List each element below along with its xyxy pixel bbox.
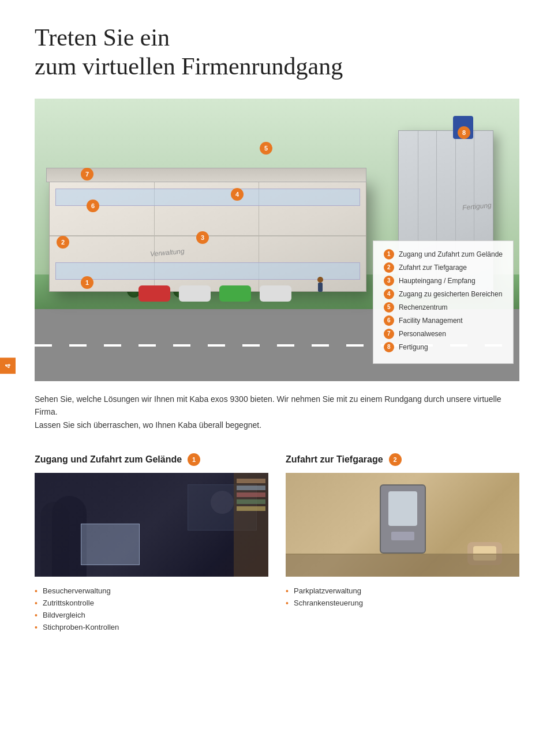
legend-item-6[interactable]: 6 Facility Management	[384, 315, 503, 326]
section-2: Zufahrt zur Tiefgarage 2 Parkplat	[286, 453, 519, 633]
legend-num-4: 4	[384, 289, 394, 299]
legend-num-1: 1	[384, 249, 394, 259]
section-1-heading: Zugang und Zufahrt zum Gelände 1	[35, 453, 268, 466]
car-white2	[260, 285, 291, 302]
bookcase	[234, 473, 268, 577]
marker-7[interactable]: 7	[81, 168, 93, 180]
legend-num-8: 8	[384, 342, 394, 352]
legend-label-1: Zugang und Zufahrt zum Gelände	[399, 250, 503, 258]
building-roof-main	[46, 168, 366, 182]
legend-item-2[interactable]: 2 Zufahrt zur Tiefgarage	[384, 262, 503, 273]
legend-label-3: Haupteingang / Empfang	[399, 277, 476, 285]
legend-label-5: Rechenzentrum	[399, 303, 448, 311]
section-2-heading: Zufahrt zur Tiefgarage 2	[286, 453, 519, 466]
section-1-number: 1	[188, 453, 200, 466]
reader-slot	[391, 532, 414, 540]
bullet-1-4: Stichproben-Kontrollen	[35, 621, 268, 633]
legend-item-8[interactable]: 8 Fertigung	[384, 342, 503, 352]
book-4	[237, 499, 265, 504]
legend-label-7: Personalwesen	[399, 330, 446, 338]
bottom-section: Zugang und Zufahrt zum Gelände 1	[35, 453, 519, 633]
marker-3[interactable]: 3	[196, 231, 209, 244]
legend-item-1[interactable]: 1 Zugang und Zufahrt zum Gelände	[384, 249, 503, 259]
legend-item-3[interactable]: 3 Haupteingang / Empfang	[384, 276, 503, 286]
bullet-2-2: Schrankensteuerung	[286, 597, 519, 609]
person	[317, 277, 323, 292]
reader-screen	[388, 491, 417, 526]
legend-num-3: 3	[384, 276, 394, 286]
description-section: Sehen Sie, welche Lösungen wir Ihnen mit…	[35, 381, 519, 442]
legend-num-7: 7	[384, 329, 394, 339]
bullet-1-2: Zutrittskontrolle	[35, 597, 268, 609]
section-1-bullets: Besucherverwaltung Zutrittskontrolle Bil…	[35, 585, 268, 633]
card-reader	[380, 484, 426, 554]
legend-label-2: Zufahrt zur Tiefgarage	[399, 264, 467, 272]
section-2-title: Zufahrt zur Tiefgarage	[286, 454, 383, 465]
legend-item-7[interactable]: 7 Personalwesen	[384, 329, 503, 339]
book-1	[237, 479, 265, 483]
bullet-2-1: Parkplatzverwaltung	[286, 585, 519, 597]
marker-6[interactable]: 6	[87, 200, 99, 212]
book-3	[237, 492, 265, 497]
windows-row-bottom	[55, 262, 360, 280]
book-2	[237, 486, 265, 490]
legend-num-2: 2	[384, 262, 394, 273]
legend-label-8: Fertigung	[399, 343, 428, 351]
legend-label-4: Zugang zu gesicherten Bereichen	[399, 290, 502, 298]
section-2-number: 2	[389, 453, 402, 466]
car-green	[219, 285, 251, 302]
marker-8[interactable]: 8	[458, 126, 470, 139]
marker-2[interactable]: 2	[57, 236, 69, 249]
bullet-1-3: Bildvergleich	[35, 609, 268, 621]
section-1-title: Zugang und Zufahrt zum Gelände	[35, 454, 182, 465]
section-2-photo	[286, 473, 519, 577]
page-title: Treten Sie ein zum virtuellen Firmenrund…	[35, 23, 519, 81]
section-1-photo	[35, 473, 268, 577]
legend-box: 1 Zugang und Zufahrt zum Gelände 2 Zufah…	[373, 240, 514, 364]
bullet-1-1: Besucherverwaltung	[35, 585, 268, 597]
building-visualization: Fertigung Verwaltung 1 2 3 4 5 6 7 8	[35, 99, 519, 381]
section-2-bullets: Parkplatzverwaltung Schrankensteuerung	[286, 585, 519, 609]
car-red	[138, 285, 170, 302]
marker-4[interactable]: 4	[231, 188, 244, 201]
side-tab-number: 4	[0, 358, 16, 374]
legend-item-5[interactable]: 5 Rechenzentrum	[384, 302, 503, 313]
section-1: Zugang und Zufahrt zum Gelände 1	[35, 453, 268, 633]
car-white	[179, 285, 211, 302]
legend-num-5: 5	[384, 302, 394, 313]
marker-5[interactable]: 5	[260, 142, 272, 155]
marker-1[interactable]: 1	[81, 276, 93, 289]
legend-num-6: 6	[384, 315, 394, 326]
legend-item-4[interactable]: 4 Zugang zu gesicherten Bereichen	[384, 289, 503, 299]
book-5	[237, 506, 265, 511]
description-text: Sehen Sie, welche Lösungen wir Ihnen mit…	[35, 393, 519, 431]
car-dash	[286, 554, 519, 577]
legend-label-6: Facility Management	[399, 317, 463, 325]
windows-row-top	[55, 189, 360, 206]
